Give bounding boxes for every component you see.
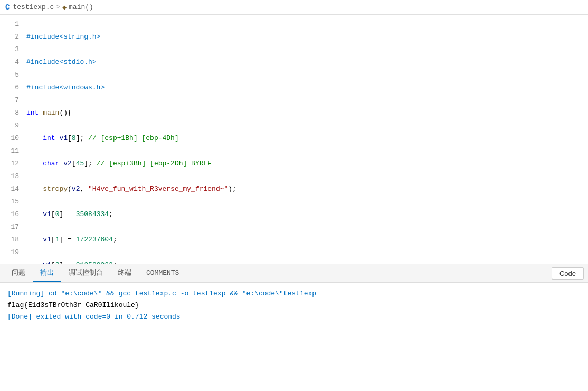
breadcrumb-sep1: >: [56, 3, 60, 11]
code-line-7: strcpy(v2, "H4ve_fun_w1th_R3verse_my_fri…: [26, 183, 588, 196]
line-numbers: 1 2 3 4 5 6 7 8 9 10 11 12 13 14 15 16 1…: [0, 15, 24, 264]
terminal-line-1: [Running] cd "e:\code\" && gcc test1exp.…: [7, 288, 581, 300]
code-line-6: char v2[45]; // [esp+3Bh] [ebp-2Dh] BYRE…: [26, 157, 588, 170]
terminal-line-2: flag{E1d3sTBrOth3r_CaR0Ilikoule}: [7, 300, 581, 311]
terminal-output: [Running] cd "e:\code\" && gcc test1exp.…: [0, 283, 588, 328]
breadcrumb-filename[interactable]: test1exp.c: [13, 3, 54, 11]
bottom-tabs: 问题 输出 调试控制台 终端 COMMENTS Code: [0, 264, 588, 283]
tab-output[interactable]: 输出: [33, 265, 61, 282]
code-line-10: v1[2] = 912589932;: [26, 259, 588, 264]
code-editor: 1 2 3 4 5 6 7 8 9 10 11 12 13 14 15 16 1…: [0, 15, 588, 264]
code-line-2: #include<stdio.h>: [26, 56, 588, 69]
code-button[interactable]: Code: [552, 267, 584, 280]
code-line-9: v1[1] = 172237604;: [26, 234, 588, 246]
code-line-5: int v1[8]; // [esp+1Bh] [ebp-4Dh]: [26, 132, 588, 145]
code-line-8: v1[0] = 35084334;: [26, 208, 588, 221]
tab-terminal[interactable]: 终端: [110, 265, 139, 282]
code-line-4: int main(){: [26, 107, 588, 119]
breadcrumb-funcname[interactable]: main(): [69, 3, 93, 11]
tab-debug[interactable]: 调试控制台: [61, 265, 110, 282]
tab-issues[interactable]: 问题: [4, 265, 33, 282]
code-line-3: #include<windows.h>: [26, 81, 588, 94]
tab-comments[interactable]: COMMENTS: [139, 266, 186, 281]
code-line-1: #include<string.h>: [26, 31, 588, 43]
code-content[interactable]: #include<string.h> #include<stdio.h> #in…: [24, 15, 588, 264]
code-container: 1 2 3 4 5 6 7 8 9 10 11 12 13 14 15 16 1…: [0, 15, 588, 264]
c-language-icon: C: [5, 3, 10, 12]
breadcrumb-func-icon: ◆: [62, 3, 67, 12]
terminal-line-3: [Done] exited with code=0 in 0.712 secon…: [7, 311, 581, 323]
breadcrumb: C test1exp.c > ◆ main(): [0, 0, 588, 15]
